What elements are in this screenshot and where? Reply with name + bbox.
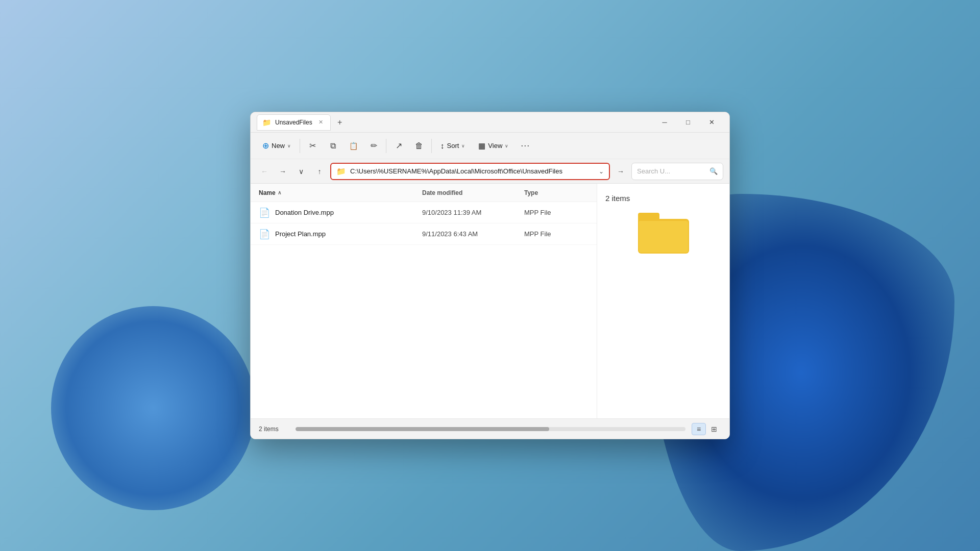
column-type-header[interactable]: Type (524, 189, 538, 196)
toolbar-separator-2 (386, 139, 386, 153)
view-toggle: ≡ ⊞ (692, 423, 721, 435)
file-list-header: Name ∧ Date modified Type (251, 184, 597, 202)
copy-button[interactable]: ⧉ (324, 137, 342, 155)
copy-icon: ⧉ (330, 141, 336, 151)
file-name: Donation Drive.mpp (275, 209, 334, 216)
tab-folder-icon: 📁 (262, 118, 271, 127)
preview-panel: 2 items (597, 184, 729, 418)
grid-view-icon: ⊞ (711, 425, 717, 433)
recent-locations-button[interactable]: ∨ (293, 164, 309, 179)
rename-button[interactable]: ✏ (364, 137, 383, 155)
paste-icon: 📋 (349, 142, 358, 150)
tab-container: 📁 UnsavedFiles ✕ + (257, 114, 653, 131)
toolbar-separator-1 (300, 139, 300, 153)
more-options-button[interactable]: ··· (516, 137, 534, 155)
file-list: Name ∧ Date modified Type 📄 Donation Dri… (251, 184, 597, 418)
toolbar: ⊕ New ∨ ✂ ⧉ 📋 ✏ ↗ 🗑 ↕ Sort ∨ ▦ (251, 133, 729, 159)
cut-button[interactable]: ✂ (303, 137, 322, 155)
new-chevron: ∨ (287, 143, 291, 148)
view-icon: ▦ (478, 141, 485, 151)
status-bar: 2 items ≡ ⊞ (251, 418, 729, 439)
folder-body (638, 219, 689, 254)
view-chevron: ∨ (505, 143, 508, 148)
preview-item-count: 2 items (605, 194, 630, 203)
new-icon: ⊕ (262, 141, 269, 151)
sort-button[interactable]: ↕ Sort ∨ (435, 138, 471, 153)
cut-icon: ✂ (309, 141, 316, 151)
title-bar: 📁 UnsavedFiles ✕ + ─ □ ✕ (251, 112, 729, 133)
toolbar-separator-3 (431, 139, 432, 153)
delete-icon: 🗑 (415, 141, 423, 151)
horizontal-scrollbar[interactable] (296, 427, 685, 431)
maximize-button[interactable]: □ (676, 114, 700, 131)
new-tab-button[interactable]: + (333, 115, 347, 130)
minimize-button[interactable]: ─ (653, 114, 676, 131)
file-icon: 📄 (259, 229, 270, 240)
up-button[interactable]: ↑ (312, 164, 327, 179)
share-icon: ↗ (396, 141, 402, 151)
address-bar-row: ← → ∨ ↑ 📁 C:\Users\%USERNAME%\AppData\Lo… (251, 159, 729, 184)
address-folder-icon: 📁 (336, 167, 346, 176)
sort-label: Sort (447, 142, 459, 149)
forward-icon: → (279, 167, 286, 176)
new-label: New (272, 142, 285, 149)
file-date: 9/11/2023 6:43 AM (422, 230, 524, 238)
file-row[interactable]: 📄 Project Plan.mpp 9/11/2023 6:43 AM MPP… (251, 223, 597, 245)
active-tab[interactable]: 📁 UnsavedFiles ✕ (257, 114, 331, 131)
folder-body-inner (639, 221, 688, 253)
paste-button[interactable]: 📋 (344, 137, 362, 155)
list-view-icon: ≡ (697, 425, 701, 433)
search-placeholder: Search U... (637, 167, 706, 175)
new-button[interactable]: ⊕ New ∨ (257, 138, 297, 154)
back-button[interactable]: ← (257, 164, 272, 179)
column-name-header[interactable]: Name ∧ (259, 189, 422, 196)
address-bar[interactable]: 📁 C:\Users\%USERNAME%\AppData\Local\Micr… (330, 163, 610, 180)
delete-button[interactable]: 🗑 (410, 137, 428, 155)
file-icon: 📄 (259, 207, 270, 218)
search-icon: 🔍 (709, 167, 718, 175)
file-date: 9/10/2023 11:39 AM (422, 209, 524, 216)
address-go-button[interactable]: → (613, 164, 628, 179)
content-area: Name ∧ Date modified Type 📄 Donation Dri… (251, 184, 729, 418)
forward-button[interactable]: → (275, 164, 290, 179)
window-controls: ─ □ ✕ (653, 114, 723, 131)
back-icon: ← (261, 167, 268, 176)
view-button[interactable]: ▦ View ∨ (473, 138, 514, 154)
column-name-label: Name (259, 189, 276, 196)
column-date-header[interactable]: Date modified (422, 189, 524, 196)
file-name-cell: 📄 Project Plan.mpp (259, 229, 422, 240)
file-type: MPP File (524, 209, 551, 216)
list-view-button[interactable]: ≡ (692, 423, 706, 435)
recent-icon: ∨ (299, 167, 304, 176)
file-name: Project Plan.mpp (275, 230, 326, 238)
tab-title: UnsavedFiles (275, 119, 312, 126)
sort-chevron: ∨ (461, 143, 465, 148)
file-explorer-window: 📁 UnsavedFiles ✕ + ─ □ ✕ ⊕ New ∨ ✂ ⧉ 📋 (250, 112, 730, 439)
close-button[interactable]: ✕ (700, 114, 723, 131)
file-name-cell: 📄 Donation Drive.mpp (259, 207, 422, 218)
file-row[interactable]: 📄 Donation Drive.mpp 9/10/2023 11:39 AM … (251, 202, 597, 223)
view-label: View (488, 142, 502, 149)
grid-view-button[interactable]: ⊞ (707, 423, 721, 435)
address-path: C:\Users\%USERNAME%\AppData\Local\Micros… (350, 167, 595, 175)
sort-icon: ↕ (440, 141, 445, 150)
up-icon: ↑ (318, 167, 322, 176)
tab-close-button[interactable]: ✕ (316, 118, 325, 127)
search-bar[interactable]: Search U... 🔍 (631, 163, 723, 180)
preview-folder-icon (638, 213, 689, 254)
share-button[interactable]: ↗ (389, 137, 408, 155)
address-dropdown-icon[interactable]: ⌄ (599, 168, 604, 175)
file-type: MPP File (524, 230, 551, 238)
scrollbar-thumb (296, 427, 549, 431)
column-name-sort-icon: ∧ (278, 190, 281, 195)
status-item-count: 2 items (259, 425, 289, 433)
rename-icon: ✏ (371, 141, 377, 151)
